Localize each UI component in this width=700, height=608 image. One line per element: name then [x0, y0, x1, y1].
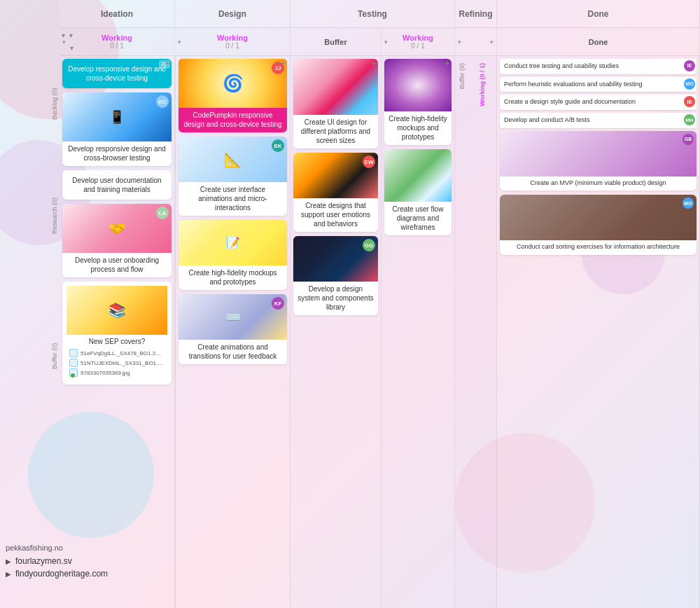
card-text: Create designs that support user emotion…	[293, 198, 378, 232]
card-text: Create high-fidelity mockups and prototy…	[178, 265, 287, 290]
card-image: 📱	[62, 92, 172, 141]
avatar: GG	[363, 239, 375, 251]
ideation-chevrons: ▾ ▾	[62, 32, 73, 39]
phase-headers-row: Ideation Design Testing Refining Done	[59, 0, 700, 28]
chevron-icon: ▾	[62, 39, 66, 46]
card-text: New SEP covers?	[69, 338, 164, 345]
file-icon	[69, 359, 78, 367]
working-vertical-label: Working (0 / 1)	[469, 56, 496, 608]
card-image	[384, 149, 451, 202]
card[interactable]: Create UI design for different platforms…	[293, 59, 378, 148]
file-attachment[interactable]: 9783307035369.jpg	[69, 368, 164, 378]
phase-header-testing: Testing	[290, 0, 455, 27]
avatar: KC	[156, 95, 169, 108]
card[interactable]: ⌨️ KF Create animations and transitions …	[178, 294, 287, 364]
avatar: KF	[272, 297, 284, 310]
chevron-icon: ▾	[490, 39, 493, 46]
chevron-icon[interactable]: ▾	[62, 32, 65, 39]
card[interactable]: MO Conduct card sorting exercises for in…	[500, 195, 696, 255]
design-working-header[interactable]: ▾ Working 0 / 1	[175, 28, 290, 55]
add-card-button[interactable]: +	[277, 57, 288, 69]
card-text: Develop and conduct A/B tests	[504, 116, 590, 123]
card-text: Conduct tree testing and usability studi…	[504, 62, 619, 69]
file-attachment[interactable]: 51eFVqDgILL._SX478_BO1.2...	[69, 348, 164, 358]
card[interactable]: MO Perform heuristic evaluations and usa…	[500, 77, 696, 92]
content-area: + JO Develop responsive design and cross…	[59, 56, 700, 608]
testing-working-lane: Create high-fidelity mockups and prototy…	[382, 56, 454, 608]
sidebar: pekkasfishing.no ▶ fourlazymen.sv ▶ find…	[0, 541, 119, 580]
done-label: Done	[589, 38, 608, 46]
card-image: 📐	[178, 137, 287, 182]
card-image: ⌨️	[178, 294, 287, 340]
ideation-lane: JO Develop responsive design and cross-d…	[59, 56, 174, 608]
kanban-board: Ideation Design Testing Refining Done ▾ …	[0, 0, 700, 608]
add-card-button[interactable]: +	[368, 57, 379, 69]
chevron-icon: ▾	[384, 39, 388, 46]
testing-working-header[interactable]: ▾ Working 0 / 1	[382, 28, 455, 55]
done-lane: IE Conduct tree testing and usability st…	[497, 56, 699, 608]
swimlane-research-label: Research (0)	[0, 174, 59, 258]
design-column: + 🌀 JJ CodePumpkin responsive design and…	[175, 56, 290, 608]
avatar: EW	[363, 156, 375, 168]
buffer-vertical-label: Buffer (9)	[455, 56, 469, 608]
refining-header[interactable]: ▾ ▾	[455, 28, 497, 55]
card-text: Develop user documentation and training …	[72, 177, 161, 193]
card-text: Create UI design for different platforms…	[293, 115, 378, 148]
file-name: 51NTUJEXDML._SX331_BO1.2...	[80, 360, 164, 366]
card-text: Develop responsive design and cross-devi…	[68, 65, 166, 82]
sidebar-label: pekkasfishing.no	[6, 544, 63, 552]
card-text: Create user interface animations and mic…	[178, 182, 287, 216]
file-name: 9783307035369.jpg	[80, 370, 130, 376]
chevron-icon[interactable]: ▾	[70, 44, 74, 52]
ideation-working-header[interactable]: ▾ Working 0 / 1	[59, 28, 175, 55]
card[interactable]: GB Create an MVP (minimum viable product…	[500, 131, 696, 191]
card[interactable]: IB Create a design style guide and docum…	[500, 95, 696, 110]
sidebar-label: findyourdogheritage.com	[15, 569, 108, 579]
working-count: 0 / 1	[110, 42, 123, 50]
sidebar-item-pekkasfishing: pekkasfishing.no	[0, 541, 119, 555]
card[interactable]: 📚 New SEP covers? 51eFVqDgILL._SX478_BO1…	[62, 282, 172, 385]
done-column: IE Conduct tree testing and usability st…	[497, 56, 700, 608]
card[interactable]: MH Develop and conduct A/B tests	[500, 113, 696, 128]
card[interactable]: 📐 EK Create user interface animations an…	[178, 137, 287, 216]
card-text: Create high-fidelity mockups and prototy…	[384, 111, 451, 145]
chevron-icon: ▾	[458, 39, 461, 46]
working-label: Working	[402, 34, 433, 42]
card[interactable]: Create user flow diagrams and wireframes	[384, 149, 451, 235]
card[interactable]: 📝 Create high-fidelity mockups and proto…	[178, 220, 287, 290]
card[interactable]: IE Conduct tree testing and usability st…	[500, 59, 696, 74]
avatar: EK	[272, 139, 284, 152]
card-text: Perform heuristic evaluations and usabil…	[504, 81, 643, 88]
subheaders-row: ▾ Working 0 / 1 ▾ Working 0 / 1 Buffer ▾…	[59, 28, 700, 56]
card-text: Create an MVP (minimum viable product) d…	[500, 177, 696, 191]
card-image	[293, 59, 378, 115]
card[interactable]: 📱 KC Develop responsive design and cross…	[62, 92, 172, 166]
avatar: GB	[682, 134, 694, 145]
card[interactable]: JO Develop responsive design and cross-d…	[62, 59, 172, 88]
add-card-button[interactable]: +	[442, 57, 453, 69]
file-attachment[interactable]: 51NTUJEXDML._SX331_BO1.2...	[69, 358, 164, 368]
sidebar-item-fourlazymen[interactable]: ▶ fourlazymen.sv	[0, 555, 119, 567]
green-dot	[71, 373, 75, 378]
design-lane: 🌀 JJ CodePumpkin responsive design and c…	[176, 56, 290, 608]
card[interactable]: GG Develop a design system and component…	[293, 236, 378, 315]
done-header: Done	[497, 28, 700, 55]
ideation-column: + JO Develop responsive design and cross…	[59, 56, 175, 608]
swimlane-buffer-label: Buffer (0)	[0, 314, 59, 398]
chevron-icon: ▾	[178, 39, 181, 46]
card[interactable]: Develop user documentation and training …	[62, 170, 172, 200]
card-text: Develop a user onboarding process and fl…	[62, 253, 172, 277]
testing-buffer-header: Buffer	[290, 28, 382, 55]
avatar: IE	[684, 60, 695, 71]
phase-header-done: Done	[497, 0, 700, 27]
chevron-icon[interactable]: ▾	[69, 32, 73, 39]
add-card-button[interactable]: +	[162, 57, 173, 69]
sidebar-item-findyourdogheritage[interactable]: ▶ findyourdogheritage.com	[0, 567, 119, 580]
card-text: Create animations and transitions for us…	[178, 340, 287, 364]
card[interactable]: EW Create designs that support user emot…	[293, 153, 378, 232]
card[interactable]: 🤝 LA Develop a user onboarding process a…	[62, 204, 172, 277]
card[interactable]: Create high-fidelity mockups and prototy…	[384, 59, 451, 145]
card[interactable]: 🌀 JJ CodePumpkin responsive design and c…	[178, 59, 287, 132]
working-label: Working	[102, 34, 132, 42]
avatar: MH	[684, 114, 695, 125]
